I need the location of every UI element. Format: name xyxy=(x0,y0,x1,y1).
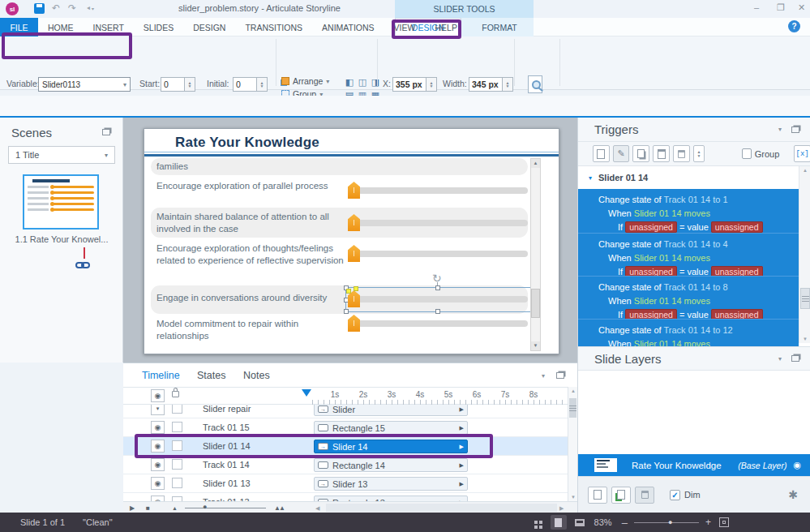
width-spinner[interactable]: ▲▼ xyxy=(503,77,513,92)
resize-handle[interactable] xyxy=(435,285,440,290)
timeline-scrollbar[interactable]: ▲ ▼ xyxy=(568,387,577,501)
normal-view-button[interactable] xyxy=(551,515,567,530)
resize-handle[interactable] xyxy=(435,309,440,314)
slide-row-text[interactable]: Maintain shared balance of attention to … xyxy=(156,211,345,234)
delete-layer-button[interactable] xyxy=(635,487,654,504)
section-collapse-icon[interactable]: ▾ xyxy=(589,174,592,182)
zoom-slider[interactable]: ● xyxy=(634,522,699,523)
minimize-button[interactable]: – xyxy=(754,2,759,12)
bar-expand-icon[interactable]: ▶ xyxy=(460,444,464,450)
slide-thumbnail[interactable] xyxy=(23,174,99,230)
resize-handle[interactable] xyxy=(344,309,349,314)
object-bar-selected[interactable]: →Slider 14▶ xyxy=(314,440,468,453)
delete-trigger-button[interactable] xyxy=(673,145,690,162)
timeline-row[interactable]: ◉ Track 01 13 Rectangle 13▶ xyxy=(123,493,568,501)
slider-track[interactable] xyxy=(358,220,528,226)
bar-expand-icon[interactable]: ▶ xyxy=(460,481,464,487)
object-bar[interactable]: →Slider▶ xyxy=(314,405,468,416)
panel-collapse-icon[interactable] xyxy=(791,127,799,133)
slider-track[interactable] xyxy=(358,320,528,327)
trigger-section-header[interactable]: ▾ Slider 01 14 xyxy=(578,166,810,189)
chevron-down-icon[interactable]: ▾ xyxy=(778,355,782,363)
align-center-icon[interactable]: ◫ xyxy=(357,76,368,88)
duplicate-layer-button[interactable] xyxy=(611,487,631,504)
slider-track[interactable] xyxy=(358,187,528,194)
arrange-button[interactable]: Arrange▾ xyxy=(281,76,329,86)
group-triggers-checkbox[interactable] xyxy=(742,148,751,159)
quick-access-caret-icon[interactable]: ⯇︎▾ xyxy=(86,5,94,13)
zoom-in-timeline-icon[interactable]: ▲▲ xyxy=(274,504,284,512)
tab-slides[interactable]: SLIDES xyxy=(134,18,183,36)
tab-slider-tools-format[interactable]: FORMAT xyxy=(468,18,531,36)
x-input[interactable] xyxy=(392,77,426,92)
dim-checkbox[interactable]: ✓ xyxy=(670,490,680,500)
row-checkbox[interactable] xyxy=(172,405,182,414)
slider-thumb[interactable] xyxy=(348,182,360,199)
slideshow-view-icon[interactable] xyxy=(575,519,585,526)
scroll-down-icon[interactable]: ▼ xyxy=(531,341,540,350)
object-bar[interactable]: Rectangle 14▶ xyxy=(314,458,468,472)
scene-dropdown[interactable]: 1 Title▾ xyxy=(8,146,115,164)
trigger-item[interactable]: Change state of Track 01 14 to 1 When Sl… xyxy=(578,189,799,233)
stop-icon[interactable]: ■ xyxy=(146,504,150,512)
start-input[interactable] xyxy=(161,77,185,92)
save-icon[interactable] xyxy=(34,3,45,14)
redo-icon[interactable]: ↷ xyxy=(68,2,76,14)
slide-row-text[interactable]: families xyxy=(156,161,345,173)
slide-row-text[interactable]: Model commitment to repair within relati… xyxy=(156,318,345,341)
tab-home[interactable]: HOME xyxy=(38,18,84,36)
lock-icon[interactable] xyxy=(172,391,179,397)
timeline-zoom-knob[interactable]: ● xyxy=(203,503,207,511)
undo-icon[interactable]: ↶ xyxy=(52,2,60,14)
bar-expand-icon[interactable]: ▶ xyxy=(460,406,464,413)
tab-insert[interactable]: INSERT xyxy=(84,18,134,36)
scroll-down-icon[interactable]: ▼ xyxy=(571,495,576,500)
row-checkbox[interactable] xyxy=(172,478,182,488)
scrollbar-thumb[interactable] xyxy=(569,398,576,418)
tab-file[interactable]: FILE xyxy=(0,18,38,36)
scrollbar-thumb[interactable] xyxy=(800,288,810,309)
triggers-scrollbar[interactable]: ▲ ▼ xyxy=(799,166,810,343)
row-checkbox[interactable] xyxy=(172,440,182,451)
zoom-in-icon[interactable]: + xyxy=(705,517,711,528)
x-spinner[interactable]: ▲▼ xyxy=(426,77,437,92)
play-icon[interactable]: ▶ xyxy=(130,504,135,512)
new-layer-button[interactable] xyxy=(588,487,607,504)
object-bar[interactable]: →Slider 13▶ xyxy=(314,477,468,491)
slide-thumbnail-caption[interactable]: 1.1 Rate Your Knowel... xyxy=(8,234,115,244)
trigger-item[interactable]: Change state of Track 01 14 to 12 When S… xyxy=(578,319,799,346)
row-eye-icon[interactable]: ◉ xyxy=(151,458,165,471)
timeline-row[interactable]: ◉ Track 01 14 Rectangle 14▶ xyxy=(123,456,568,474)
initial-input[interactable] xyxy=(233,77,257,92)
zoom-out-icon[interactable]: – xyxy=(622,517,628,529)
slide-scrollbar[interactable]: ▲ ▼ xyxy=(530,158,541,351)
help-icon[interactable]: ? xyxy=(788,20,800,32)
timeline-hscroll-track[interactable] xyxy=(326,504,557,512)
layer-settings-gear-icon[interactable]: ✱ xyxy=(788,488,798,501)
tab-notes[interactable]: Notes xyxy=(243,370,270,381)
width-input[interactable] xyxy=(469,77,503,92)
tab-timeline[interactable]: Timeline xyxy=(142,370,180,381)
timeline-row[interactable]: ◉ Slider 01 13 →Slider 13▶ xyxy=(123,474,568,493)
scroll-right-icon[interactable]: ▶ xyxy=(559,505,564,512)
scroll-up-icon[interactable]: ▲ xyxy=(571,388,576,393)
slide-row-text[interactable]: Engage in conversations around diversity xyxy=(156,292,349,304)
new-trigger-button[interactable] xyxy=(593,145,610,162)
trigger-item[interactable]: Change state of Track 01 14 to 4 When Sl… xyxy=(578,233,799,276)
slide-stage[interactable]: Rate Your Knowledge families Encourage e… xyxy=(144,128,559,354)
scroll-left-icon[interactable]: ◀ xyxy=(315,505,319,512)
slider-track[interactable] xyxy=(358,296,528,302)
initial-spinner[interactable]: ▲▼ xyxy=(257,77,268,92)
panel-collapse-icon[interactable] xyxy=(556,372,564,379)
chevron-down-icon[interactable]: ▾ xyxy=(778,126,782,133)
chevron-down-icon[interactable]: ▾ xyxy=(542,372,545,380)
thumb-selection-handle[interactable] xyxy=(354,286,358,291)
tab-states[interactable]: States xyxy=(197,370,225,381)
show-all-eye-icon[interactable]: ◉ xyxy=(151,389,165,402)
playhead-marker[interactable] xyxy=(302,389,311,397)
copy-trigger-button[interactable] xyxy=(632,145,649,162)
tab-design[interactable]: DESIGN xyxy=(183,18,235,36)
slider-thumb[interactable] xyxy=(348,245,360,262)
row-expand-icon[interactable]: ▾ xyxy=(151,405,165,415)
restore-button[interactable]: ❐ xyxy=(777,2,785,13)
